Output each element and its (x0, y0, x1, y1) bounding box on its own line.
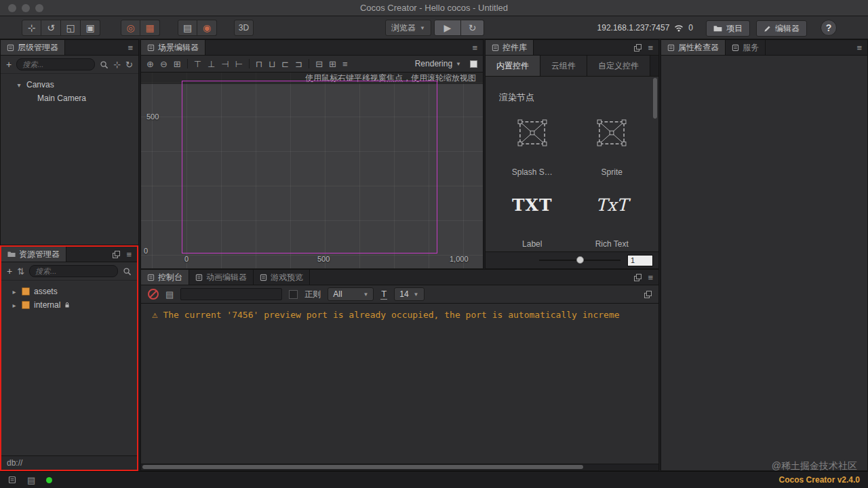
hierarchy-search-input[interactable] (16, 58, 95, 70)
sort-assets-icon[interactable]: ⇅ (17, 267, 24, 276)
compile-status-icon[interactable] (8, 476, 16, 484)
widget-section-label: 渲染节点 (499, 92, 658, 104)
console-icon (147, 274, 155, 281)
scene-tabbar: 场景编辑器 ≡ (141, 40, 483, 56)
float-panel-icon[interactable] (634, 44, 642, 52)
tab-hierarchy[interactable]: 层级管理器 (1, 40, 65, 55)
expand-console-icon[interactable] (644, 291, 652, 298)
minimize-button[interactable] (22, 4, 30, 12)
size-match-both-icon[interactable]: ≡ (342, 60, 348, 68)
panel-menu-icon[interactable]: ≡ (648, 43, 653, 53)
rect-tool-button[interactable]: ▣ (81, 20, 100, 36)
tab-console[interactable]: 控制台 (141, 270, 189, 285)
clear-console-icon[interactable] (148, 289, 159, 300)
align-bottom-icon[interactable]: ⊥ (208, 60, 215, 68)
tab-builtin-widgets[interactable]: 内置控件 (486, 56, 540, 76)
distribute-v-icon[interactable]: ⊐ (295, 60, 302, 68)
tab-animation-editor[interactable]: 动画编辑器 (189, 270, 254, 285)
assets-search-input[interactable] (29, 265, 118, 277)
zoom-in-icon[interactable]: ⊕ (146, 60, 154, 68)
lock-icon (64, 302, 70, 308)
tab-widget-library[interactable]: 控件库 (486, 40, 534, 55)
panel-menu-icon[interactable]: ≡ (472, 43, 477, 53)
play-button[interactable]: ▶ (434, 20, 461, 36)
caret-right-icon[interactable]: ▸ (11, 288, 18, 296)
regex-checkbox[interactable] (289, 290, 298, 299)
panel-menu-icon[interactable]: ≡ (856, 43, 862, 53)
move-tool-button[interactable]: ⊹ (22, 20, 41, 36)
align-hcenter-icon[interactable]: ⊔ (269, 60, 275, 68)
close-button[interactable] (8, 4, 16, 12)
tab-custom-widgets[interactable]: 自定义控件 (587, 56, 650, 76)
align-top-icon[interactable]: ⊤ (194, 60, 201, 68)
widget-item-label-node[interactable]: TXT Label (492, 185, 572, 249)
tab-cloud-components[interactable]: 云组件 (540, 56, 587, 76)
pivot-toggle-button[interactable]: ◎ (121, 20, 140, 36)
align-vcenter-icon[interactable]: ⊓ (256, 60, 262, 68)
align-left-icon[interactable]: ⊣ (221, 60, 229, 68)
anchor-toggle-button[interactable]: ▦ (140, 20, 160, 36)
log-level-select[interactable]: All ▼ (328, 287, 374, 301)
collapse-log-icon[interactable]: ▤ (165, 290, 174, 299)
browser-dropdown-label: 浏览器 (391, 22, 416, 34)
refresh-preview-button[interactable]: ↻ (461, 20, 484, 36)
size-match-h-icon[interactable]: ⊟ (315, 60, 323, 68)
tab-inspector[interactable]: 属性检查器 (661, 40, 726, 55)
maximize-button[interactable] (35, 4, 43, 12)
tab-services-label: 服务 (743, 42, 759, 54)
open-project-button[interactable]: 项目 (706, 20, 750, 37)
help-button[interactable]: ? (821, 20, 837, 36)
panel-menu-icon[interactable]: ≡ (648, 272, 653, 283)
size-match-v-icon[interactable]: ⊞ (329, 60, 336, 68)
log-list-icon[interactable]: ▤ (27, 475, 35, 485)
open-editor-button[interactable]: 编辑器 (756, 20, 807, 37)
main-toolbar: ⊹ ↺ ◱ ▣ ◎ ▦ ▤ ◉ 3D 浏览器 ▼ ▶ ↻ 192.168.1.2… (0, 16, 868, 39)
float-panel-icon[interactable] (113, 251, 120, 258)
tab-services[interactable]: 服务 (726, 40, 766, 55)
widget-item-sprite[interactable]: Sprite (572, 113, 652, 177)
caret-right-icon[interactable]: ▸ (11, 302, 18, 309)
tree-node-canvas[interactable]: ▾ Canvas (1, 78, 138, 92)
widget-item-splash-sprite[interactable]: Splash S… (492, 113, 572, 177)
regex-label: 正则 (304, 289, 321, 300)
locate-node-icon[interactable]: ⊹ (113, 60, 121, 69)
scene-viewport[interactable]: 使用鼠标右键平移视窗焦点，使用滚轮缩放视图 500 0 0 500 1,000 (141, 73, 483, 268)
zoom-out-icon[interactable]: ⊖ (160, 60, 167, 68)
align-right-icon[interactable]: ⊢ (235, 60, 243, 68)
tree-node-main-camera[interactable]: Main Camera (1, 92, 138, 105)
widget-zoom-slider[interactable] (539, 260, 620, 261)
tab-scene[interactable]: 场景编辑器 (141, 40, 205, 55)
widget-item-rich-text[interactable]: TxT Rich Text (572, 185, 652, 249)
asset-folder-internal[interactable]: ▸ internal (1, 298, 137, 312)
zoom-fit-icon[interactable]: ⊞ (174, 60, 181, 68)
font-size-select[interactable]: 14 ▼ (394, 287, 424, 301)
panel-menu-icon[interactable]: ≡ (127, 43, 133, 53)
refresh-tree-icon[interactable]: ↻ (125, 60, 133, 69)
console-filter-input[interactable] (180, 288, 282, 300)
browser-dropdown[interactable]: 浏览器 ▼ (385, 20, 431, 36)
console-log-area[interactable]: ⚠ The current '7456' preview port is alr… (141, 304, 658, 464)
tab-game-preview[interactable]: 游戏预览 (254, 270, 310, 285)
rotate-tool-button[interactable]: ↺ (41, 20, 61, 36)
search-icon[interactable] (123, 267, 132, 276)
console-hscrollbar[interactable] (141, 464, 658, 470)
add-node-button[interactable]: + (6, 59, 12, 70)
caret-down-icon[interactable]: ▾ (16, 81, 22, 89)
tab-assets[interactable]: 资源管理器 (1, 247, 66, 262)
widget-zoom-value[interactable]: 1 (627, 255, 653, 266)
3d-mode-button[interactable]: 3D (234, 20, 254, 36)
widgets-scrollbar[interactable] (653, 78, 657, 119)
distribute-h-icon[interactable]: ⊏ (281, 60, 289, 68)
overlay-toggle-button[interactable] (470, 60, 477, 68)
world-space-button[interactable]: ◉ (197, 20, 217, 36)
scrollbar-thumb[interactable] (142, 465, 583, 469)
asset-folder-assets[interactable]: ▸ assets (1, 285, 137, 298)
panel-menu-icon[interactable]: ≡ (126, 249, 132, 260)
scale-tool-button[interactable]: ◱ (61, 20, 81, 36)
slider-handle[interactable] (576, 256, 584, 264)
local-space-button[interactable]: ▤ (178, 20, 197, 36)
search-icon[interactable] (100, 60, 108, 69)
add-asset-button[interactable]: + (7, 266, 12, 277)
rendering-dropdown[interactable]: Rendering ▼ (415, 59, 464, 68)
float-panel-icon[interactable] (634, 274, 642, 281)
